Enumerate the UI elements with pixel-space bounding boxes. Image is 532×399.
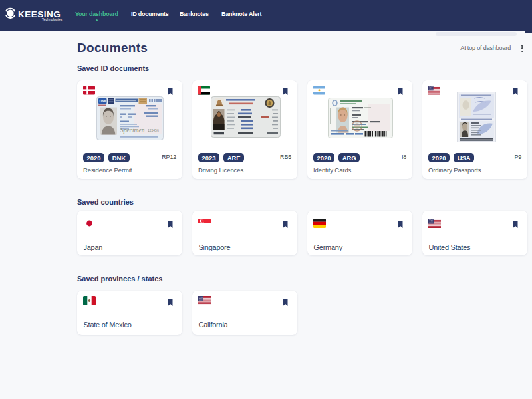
svg-text:123456: 123456 — [148, 128, 159, 132]
svg-text:DNK: DNK — [99, 99, 106, 103]
svg-text:Specimen: Specimen — [120, 126, 145, 133]
